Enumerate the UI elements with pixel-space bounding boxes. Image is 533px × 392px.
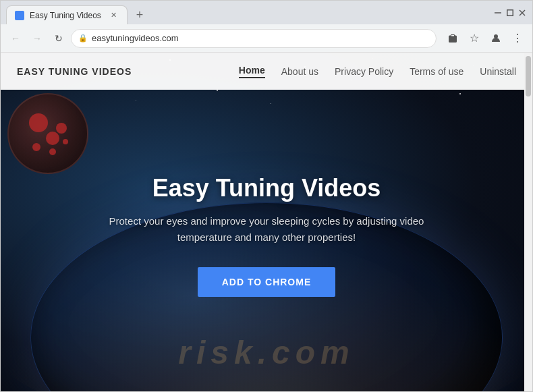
hero-subtitle: Protect your eyes and improve your sleep… [98,213,435,246]
tab-favicon [15,11,24,20]
scrollbar-thumb[interactable] [526,56,531,96]
close-button[interactable] [517,8,527,18]
extensions-icon[interactable] [443,29,462,48]
new-tab-button[interactable]: + [130,5,149,24]
nav-terms[interactable]: Terms of use [410,66,464,77]
tab-close-button[interactable]: ✕ [108,10,119,21]
add-to-chrome-button[interactable]: ADD TO CHROME [198,267,336,297]
tab-bar: Easy Tuning Videos ✕ + [6,1,488,24]
address-bar: ← → ↻ 🔒 easytuningvideos.com ☆ ⋮ [1,24,532,53]
address-text: easytuningvideos.com [92,33,429,43]
site-navigation: EASY TUNING VIDEOS Home About us Privacy… [1,53,532,90]
nav-about[interactable]: About us [281,66,318,77]
site-nav-links: Home About us Privacy Policy Terms of us… [239,65,516,78]
active-tab[interactable]: Easy Tuning Videos ✕ [6,5,128,24]
forward-button[interactable]: → [28,29,47,48]
bookmark-icon[interactable]: ☆ [465,29,484,48]
reload-button[interactable]: ↻ [49,29,68,48]
toolbar-icons: ☆ ⋮ [443,29,527,48]
hero-content: Easy Tuning Videos Protect your eyes and… [98,174,435,297]
maximize-button[interactable] [505,8,515,18]
title-bar: Easy Tuning Videos ✕ + [1,1,532,24]
address-bar-input[interactable]: 🔒 easytuningvideos.com [71,29,437,48]
site-logo: EASY TUNING VIDEOS [17,66,239,77]
hero-section: Easy Tuning Videos Protect your eyes and… [1,53,532,391]
website: risk.com EASY TUNING VIDEOS Home About u… [1,53,532,391]
hero-title: Easy Tuning Videos [98,174,435,202]
lock-icon: 🔒 [78,34,88,43]
browser-window: Easy Tuning Videos ✕ + ← → ↻ 🔒 easytunin… [0,0,533,392]
scrollbar[interactable] [524,53,532,391]
nav-privacy[interactable]: Privacy Policy [335,66,393,77]
nav-uninstall[interactable]: Uninstall [480,66,516,77]
tab-title: Easy Tuning Videos [30,11,103,20]
nav-home[interactable]: Home [239,65,265,78]
minimize-button[interactable] [493,8,503,18]
svg-rect-1 [507,9,513,16]
menu-icon[interactable]: ⋮ [508,29,527,48]
back-button[interactable]: ← [6,29,25,48]
window-controls [493,8,527,18]
page-content: risk.com EASY TUNING VIDEOS Home About u… [1,53,532,391]
profile-icon[interactable] [486,29,505,48]
